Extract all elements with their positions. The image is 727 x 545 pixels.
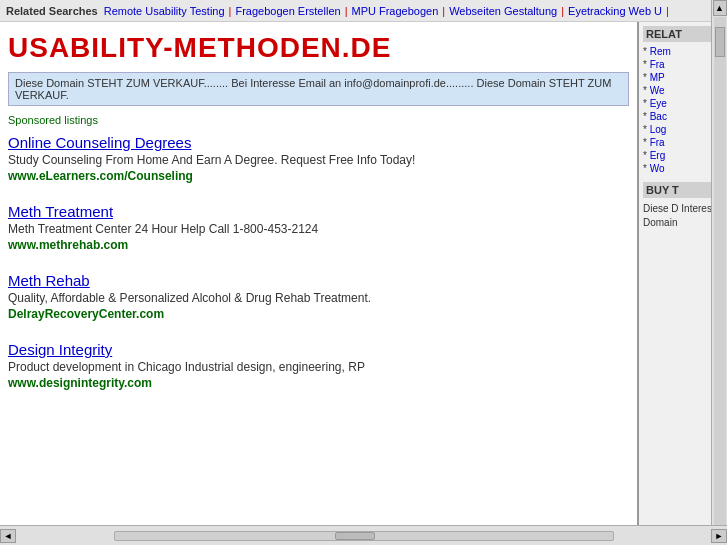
scroll-left-button[interactable]: ◄ <box>0 529 16 543</box>
listing-title-3[interactable]: Design Integrity <box>8 341 629 358</box>
related-searches-label: Related Searches <box>6 5 98 17</box>
listing-desc-2: Quality, Affordable & Personalized Alcoh… <box>8 291 629 305</box>
scroll-track-horizontal <box>114 531 614 541</box>
topbar-link-3[interactable]: Webseiten Gestaltung <box>449 5 557 17</box>
listing-desc-1: Meth Treatment Center 24 Hour Help Call … <box>8 222 629 236</box>
topbar-link-1[interactable]: Fragebogen Erstellen <box>235 5 340 17</box>
listing-title-1[interactable]: Meth Treatment <box>8 203 629 220</box>
listing-item-0: Online Counseling Degrees Study Counseli… <box>8 134 629 189</box>
info-bar: Diese Domain STEHT ZUM VERKAUF........ B… <box>8 72 629 106</box>
sponsored-label: Sponsored listings <box>8 114 629 126</box>
listing-url-0[interactable]: www.eLearners.com/Counseling <box>8 169 629 183</box>
listing-link-0[interactable]: Online Counseling Degrees <box>8 134 191 151</box>
scroll-track <box>714 17 726 528</box>
listing-link-1[interactable]: Meth Treatment <box>8 203 113 220</box>
scroll-up-button[interactable]: ▲ <box>713 0 727 16</box>
topbar-link-0[interactable]: Remote Usability Testing <box>104 5 225 17</box>
topbar-link-2[interactable]: MPU Fragebogen <box>351 5 438 17</box>
listing-link-2[interactable]: Meth Rehab <box>8 272 90 289</box>
content-area: USABILITY-METHODEN.DE Diese Domain STEHT… <box>0 22 637 525</box>
related-searches-bar: Related Searches Remote Usability Testin… <box>0 0 727 22</box>
listing-item-2: Meth Rehab Quality, Affordable & Persona… <box>8 272 629 327</box>
scroll-right-button[interactable]: ► <box>711 529 727 543</box>
main-layout: USABILITY-METHODEN.DE Diese Domain STEHT… <box>0 22 727 525</box>
listing-item-1: Meth Treatment Meth Treatment Center 24 … <box>8 203 629 258</box>
listing-title-0[interactable]: Online Counseling Degrees <box>8 134 629 151</box>
topbar-link-4[interactable]: Eyetracking Web U <box>568 5 662 17</box>
scroll-thumb[interactable] <box>715 27 725 57</box>
listing-desc-3: Product development in Chicago Industria… <box>8 360 629 374</box>
site-title: USABILITY-METHODEN.DE <box>8 32 629 64</box>
listing-url-1[interactable]: www.methrehab.com <box>8 238 629 252</box>
listing-url-2[interactable]: DelrayRecoveryCenter.com <box>8 307 629 321</box>
scroll-thumb-horizontal[interactable] <box>335 532 375 540</box>
listing-link-3[interactable]: Design Integrity <box>8 341 112 358</box>
listing-item-3: Design Integrity Product development in … <box>8 341 629 396</box>
listing-url-3[interactable]: www.designintegrity.com <box>8 376 629 390</box>
listing-desc-0: Study Counseling From Home And Earn A De… <box>8 153 629 167</box>
vertical-scrollbar[interactable]: ▲ ▼ <box>711 0 727 545</box>
horizontal-scrollbar[interactable]: ◄ ► <box>0 525 727 545</box>
listing-title-2[interactable]: Meth Rehab <box>8 272 629 289</box>
